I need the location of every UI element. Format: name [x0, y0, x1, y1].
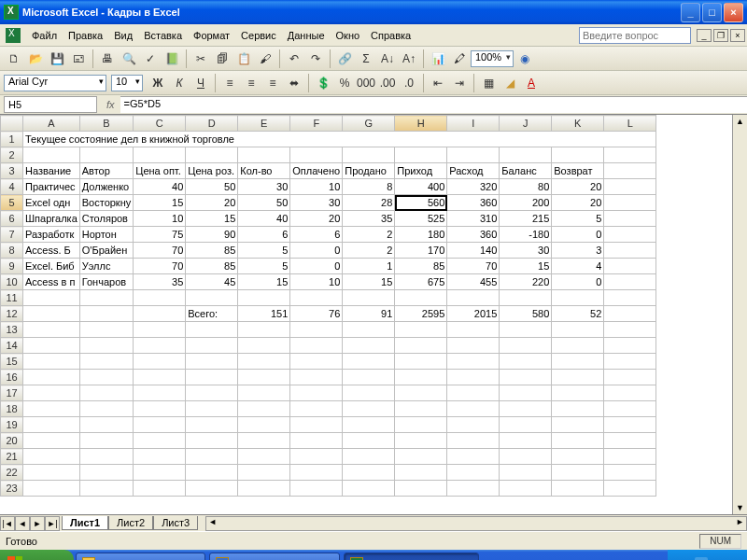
cell[interactable] — [23, 417, 80, 433]
spreadsheet-grid[interactable]: ABCDEFGHIJKL1Текущее состояние дел в кни… — [0, 115, 747, 514]
row-header-17[interactable]: 17 — [1, 385, 23, 401]
menu-insert[interactable]: Вставка — [138, 28, 188, 43]
cell[interactable] — [290, 290, 343, 306]
cell[interactable] — [79, 370, 134, 385]
cell[interactable] — [604, 211, 656, 227]
cell[interactable] — [343, 385, 395, 401]
cell[interactable] — [79, 354, 134, 370]
column-header-C[interactable]: C — [134, 116, 186, 132]
cell[interactable] — [238, 385, 290, 401]
cell[interactable] — [238, 147, 290, 163]
cell[interactable]: 5 — [238, 243, 290, 259]
cell[interactable] — [395, 322, 447, 338]
cell[interactable]: 455 — [447, 274, 500, 290]
cell[interactable] — [23, 322, 80, 338]
cell[interactable] — [395, 370, 447, 385]
row-header-7[interactable]: 7 — [1, 227, 23, 243]
doc-minimize-button[interactable]: _ — [697, 29, 712, 42]
row-header-6[interactable]: 6 — [1, 211, 23, 227]
print-icon[interactable]: 🖶 — [97, 49, 118, 69]
cell[interactable] — [134, 417, 186, 433]
cell[interactable] — [552, 370, 604, 385]
cell[interactable] — [290, 322, 343, 338]
select-all-corner[interactable] — [1, 116, 23, 132]
cell[interactable]: 20 — [552, 195, 604, 211]
sort-asc-icon[interactable]: A↓ — [377, 49, 398, 69]
cell[interactable] — [290, 147, 343, 163]
cell[interactable] — [79, 306, 134, 322]
cell[interactable] — [500, 449, 552, 465]
cell[interactable] — [395, 449, 447, 465]
cell[interactable] — [23, 465, 80, 481]
cell[interactable]: Excel. Биб — [23, 259, 80, 274]
row-header-15[interactable]: 15 — [1, 354, 23, 370]
cell[interactable] — [552, 354, 604, 370]
menu-format[interactable]: Формат — [188, 28, 235, 43]
cell[interactable] — [79, 290, 134, 306]
cell[interactable] — [552, 401, 604, 417]
cell[interactable]: 28 — [343, 195, 395, 211]
cell[interactable]: 85 — [186, 259, 238, 274]
cell[interactable]: 30 — [290, 195, 343, 211]
sheet-tab-3[interactable]: Лист3 — [153, 516, 198, 530]
close-button[interactable]: × — [724, 3, 743, 22]
cell[interactable] — [343, 147, 395, 163]
cell[interactable] — [395, 385, 447, 401]
row-header-1[interactable]: 1 — [1, 132, 23, 147]
row-header-10[interactable]: 10 — [1, 274, 23, 290]
save-icon[interactable]: 💾 — [47, 49, 67, 69]
cell[interactable] — [238, 370, 290, 385]
cell[interactable]: 6 — [238, 227, 290, 243]
align-right-icon[interactable]: ≡ — [262, 73, 283, 93]
cell[interactable]: 2015 — [447, 306, 500, 322]
fill-color-icon[interactable]: ◢ — [500, 73, 520, 93]
cell[interactable]: 20 — [552, 179, 604, 195]
excel-doc-icon[interactable] — [6, 28, 21, 43]
cell[interactable] — [604, 385, 656, 401]
taskbar-item-word[interactable]: Книжная торговля -... — [209, 553, 340, 560]
row-header-21[interactable]: 21 — [1, 449, 23, 465]
cell[interactable]: 0 — [552, 274, 604, 290]
increase-indent-icon[interactable]: ⇥ — [449, 73, 470, 93]
cell[interactable] — [134, 433, 186, 449]
cell[interactable] — [395, 433, 447, 449]
cell[interactable]: 2 — [343, 243, 395, 259]
cell[interactable]: 30 — [500, 243, 552, 259]
cell[interactable] — [604, 147, 656, 163]
cell[interactable]: Гончаров — [79, 274, 134, 290]
cell[interactable]: 560 — [395, 195, 447, 211]
cell[interactable] — [23, 481, 80, 497]
cell[interactable] — [500, 465, 552, 481]
cell[interactable]: 5 — [238, 259, 290, 274]
cell[interactable] — [238, 481, 290, 497]
cell[interactable] — [447, 481, 500, 497]
cell[interactable] — [79, 338, 134, 354]
hyperlink-icon[interactable]: 🔗 — [334, 49, 355, 69]
row-header-20[interactable]: 20 — [1, 433, 23, 449]
fx-label[interactable]: fx — [106, 99, 115, 110]
column-header-F[interactable]: F — [290, 116, 343, 132]
cell[interactable]: 75 — [134, 227, 186, 243]
cell[interactable] — [552, 481, 604, 497]
spellcheck-icon[interactable]: ✓ — [140, 49, 161, 69]
cell[interactable]: 215 — [500, 211, 552, 227]
cell[interactable] — [343, 433, 395, 449]
cell[interactable] — [23, 401, 80, 417]
cell[interactable] — [552, 338, 604, 354]
cell[interactable]: Шпаргалка — [23, 211, 80, 227]
cell[interactable]: О'Брайен — [79, 243, 134, 259]
cell[interactable] — [604, 370, 656, 385]
cell[interactable] — [395, 147, 447, 163]
cell[interactable]: 20 — [290, 211, 343, 227]
start-button[interactable]: пуск — [0, 550, 74, 560]
menu-view[interactable]: Вид — [108, 28, 138, 43]
cell[interactable]: 35 — [343, 211, 395, 227]
cell[interactable] — [186, 417, 238, 433]
format-painter-icon[interactable]: 🖌 — [255, 49, 275, 69]
cell[interactable]: 10 — [290, 274, 343, 290]
cell[interactable] — [290, 385, 343, 401]
cell[interactable] — [343, 354, 395, 370]
cell[interactable] — [238, 290, 290, 306]
cell[interactable]: 0 — [552, 227, 604, 243]
cell[interactable] — [604, 433, 656, 449]
